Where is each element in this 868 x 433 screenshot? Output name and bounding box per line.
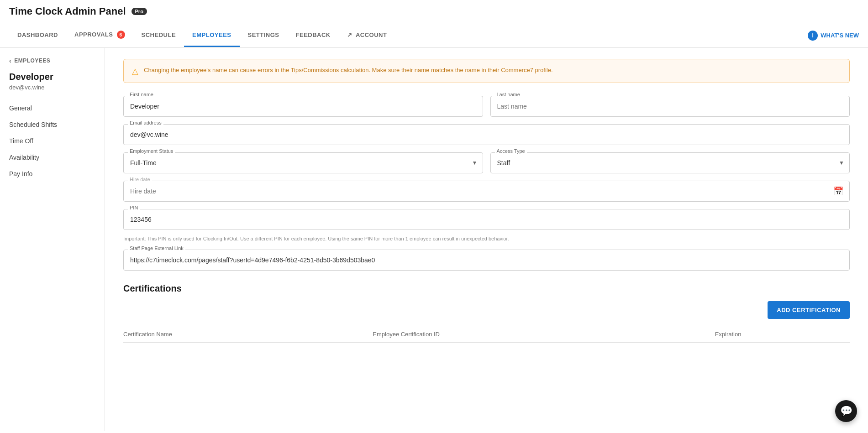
- tab-feedback[interactable]: FEEDBACK: [288, 24, 339, 47]
- staff-link-input[interactable]: [123, 250, 850, 271]
- sidebar-employee-name: Developer: [0, 72, 105, 84]
- hire-date-group: Hire date 📅: [123, 181, 850, 202]
- access-type-select[interactable]: Staff Manager Admin: [490, 152, 850, 173]
- tab-employees[interactable]: EMPLOYEES: [184, 24, 239, 47]
- certifications-header: ADD CERTIFICATION: [123, 301, 850, 319]
- chevron-left-icon: ‹: [9, 57, 11, 64]
- staff-link-row: Staff Page External Link: [123, 250, 850, 271]
- access-type-label: Access Type: [495, 148, 527, 154]
- calendar-icon: 📅: [833, 186, 843, 196]
- pin-label: PIN: [128, 205, 140, 210]
- top-header: Time Clock Admin Panel Pro: [0, 0, 868, 23]
- tab-settings[interactable]: SETTINGS: [240, 24, 288, 47]
- warning-icon: △: [132, 66, 138, 76]
- tab-schedule[interactable]: SCHEDULE: [133, 24, 184, 47]
- sidebar-item-time-off[interactable]: Time Off: [0, 133, 105, 149]
- first-name-label: First name: [128, 92, 155, 97]
- pro-badge: Pro: [132, 8, 147, 15]
- certifications-table: Certification Name Employee Certificatio…: [123, 326, 850, 343]
- email-label: Email address: [128, 120, 163, 125]
- employment-status-label: Employment Status: [128, 148, 175, 154]
- certifications-title: Certifications: [123, 283, 850, 294]
- main-content: △ Changing the employee's name can cause…: [105, 48, 868, 431]
- pin-group: PIN: [123, 209, 850, 233]
- nav-tabs: DASHBOARD APPROVALS 6 SCHEDULE EMPLOYEES…: [0, 23, 868, 48]
- cert-col-expiration: Expiration: [715, 326, 850, 343]
- first-name-input[interactable]: [123, 96, 483, 117]
- warning-text: Changing the employee's name can cause e…: [144, 66, 553, 75]
- access-type-group: Access Type Staff Manager Admin ▼: [490, 152, 850, 173]
- main-layout: ‹ EMPLOYEES Developer dev@vc.wine Genera…: [0, 48, 868, 431]
- sidebar-item-availability[interactable]: Availability: [0, 149, 105, 166]
- warning-banner: △ Changing the employee's name can cause…: [123, 59, 850, 83]
- sidebar: ‹ EMPLOYEES Developer dev@vc.wine Genera…: [0, 48, 105, 431]
- hire-date-label: Hire date: [128, 177, 152, 182]
- last-name-label: Last name: [495, 92, 522, 97]
- last-name-group: Last name: [490, 96, 850, 117]
- external-link-icon: ↗: [347, 31, 352, 38]
- email-row: Email address: [123, 124, 850, 145]
- cert-col-name: Certification Name: [123, 326, 373, 343]
- whats-new-button[interactable]: i WHAT'S NEW: [808, 31, 859, 41]
- staff-link-label: Staff Page External Link: [128, 245, 185, 251]
- sidebar-employee-email: dev@vc.wine: [0, 84, 105, 100]
- info-icon: i: [808, 31, 818, 41]
- hire-date-input[interactable]: [123, 181, 850, 202]
- pin-input[interactable]: [123, 209, 850, 230]
- sidebar-item-scheduled-shifts[interactable]: Scheduled Shifts: [0, 116, 105, 133]
- sidebar-item-pay-info[interactable]: Pay Info: [0, 166, 105, 182]
- cert-col-id: Employee Certification ID: [373, 326, 715, 343]
- hire-date-row: Hire date 📅: [123, 181, 850, 202]
- approvals-badge: 6: [117, 31, 125, 39]
- sidebar-back-button[interactable]: ‹ EMPLOYEES: [0, 57, 105, 72]
- employment-status-group: Employment Status Full-Time Part-Time Se…: [123, 152, 483, 173]
- first-name-group: First name: [123, 96, 483, 117]
- chat-icon: 💬: [840, 405, 852, 417]
- staff-link-group: Staff Page External Link: [123, 250, 850, 271]
- status-access-row: Employment Status Full-Time Part-Time Se…: [123, 152, 850, 173]
- tab-account[interactable]: ↗ ACCOUNT: [339, 24, 395, 47]
- chat-bubble-button[interactable]: 💬: [835, 400, 857, 422]
- employment-status-select[interactable]: Full-Time Part-Time Seasonal Contractor: [123, 152, 483, 173]
- add-certification-button[interactable]: ADD CERTIFICATION: [768, 301, 850, 319]
- tab-dashboard[interactable]: DASHBOARD: [9, 24, 66, 47]
- pin-hint: Important: This PIN is only used for Clo…: [123, 235, 850, 242]
- name-row: First name Last name: [123, 96, 850, 117]
- email-group: Email address: [123, 124, 850, 145]
- last-name-input[interactable]: [490, 96, 850, 117]
- tab-approvals[interactable]: APPROVALS 6: [66, 23, 133, 47]
- sidebar-item-general[interactable]: General: [0, 100, 105, 116]
- email-input[interactable]: [123, 124, 850, 145]
- app-title: Time Clock Admin Panel: [9, 5, 126, 17]
